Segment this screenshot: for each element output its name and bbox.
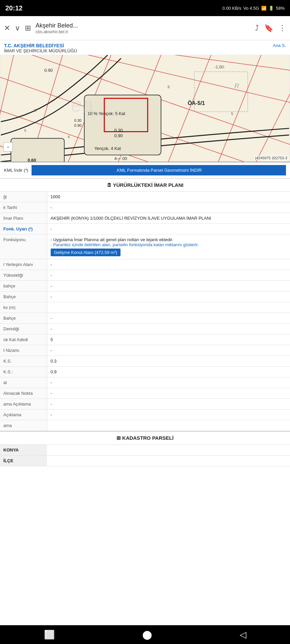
kml-download-button[interactable]: .KML Formatında Parsel Geometrisini İNDİ…	[32, 165, 286, 175]
table-row: l Yerleşim Alanı -	[0, 259, 290, 270]
row-value: 0.9	[47, 367, 290, 377]
row-value: AKŞEHİR (KONYA) 1/1000 ÖLÇEKLİ REVİZYON …	[47, 213, 290, 224]
status-bar: 20:12 0.00 KB/s Vo 4.5G 📶 🔋 58%	[0, 0, 290, 16]
table-row: K.S. 0.3	[0, 356, 290, 367]
row-label: Bahçe	[0, 313, 47, 324]
row-label: İmar Planı	[0, 213, 47, 224]
row-value: -	[47, 259, 290, 270]
table-row: Yüksekliği -	[0, 270, 290, 281]
close-icon[interactable]: ✕	[4, 24, 10, 33]
svg-text:5: 5	[24, 128, 26, 132]
row-value: -	[47, 410, 290, 420]
fonksiyonu-text1: - Uygulama İmar Planına ait genel plan n…	[51, 237, 287, 242]
table-row: Fonk. Uyarı (²) -	[0, 224, 290, 234]
ana-sayfa-link[interactable]: Ana S.	[273, 43, 286, 48]
more-icon[interactable]: ⋮	[279, 24, 286, 33]
share-icon[interactable]: ⤴	[255, 24, 259, 33]
browser-actions: ⤴ 🔖 ⋮	[255, 24, 286, 33]
browser-bar: ✕ ∨ ⊞ Akşehir Beled... cbs.aksehir.bel.t…	[0, 16, 290, 40]
row-label: Yüksekliği	[0, 270, 47, 281]
kadastro-row-value	[47, 455, 290, 466]
table-row: ği 1000	[0, 192, 290, 202]
row-label: ama	[0, 420, 47, 431]
zoom-out-button[interactable]: -	[3, 142, 13, 152]
imar-info-table: ği 1000 k Tarihi - İmar Planı AKŞEHİR (K…	[0, 192, 290, 431]
row-value-fonksiyonu: - Uygulama İmar Planına ait genel plan n…	[47, 234, 290, 259]
row-label: K.S.	[0, 356, 47, 367]
table-row: K.S.: 0.9	[0, 367, 290, 377]
table-row: KONYA	[0, 445, 290, 455]
svg-rect-15	[11, 138, 64, 162]
network-icon: Vo 4.5G	[243, 6, 259, 11]
battery-icon: 🔋	[269, 6, 274, 11]
svg-text:6: 6	[168, 85, 170, 89]
row-label: t Nizamı	[0, 345, 47, 356]
row-value: -	[47, 270, 290, 281]
row-value: -	[47, 202, 290, 213]
map-coordinates: [4245975 202753-3	[254, 156, 289, 160]
table-row: Derinliği -	[0, 324, 290, 334]
table-row: Açıklama -	[0, 410, 290, 420]
table-row: İLÇE	[0, 455, 290, 466]
svg-text:ÖA-5/1: ÖA-5/1	[188, 100, 205, 106]
status-time: 20:12	[5, 4, 22, 12]
header-titles: T.C. AKŞEHİR BELEDİYESİ İMAR VE ŞEHİRCİL…	[4, 43, 77, 53]
table-row: k Tarihi -	[0, 202, 290, 213]
svg-text:0.90: 0.90	[114, 133, 123, 138]
bookmark-icon[interactable]: 🔖	[264, 24, 273, 33]
data-speed: 0.00 KB/s	[223, 6, 241, 11]
header-title2: İMAR VE ŞEHİRCİLİK MÜDÜRLÜĞÜ	[4, 48, 77, 53]
map-container[interactable]: 0.60 1.00 Yençok:3 Kat 10 % Yençok: 5 Ka…	[0, 55, 290, 162]
table-row: ama Açıklama -	[0, 399, 290, 410]
row-label: l Yerleşim Alanı	[0, 259, 47, 270]
row-value: 5	[47, 334, 290, 345]
row-value: -	[47, 377, 290, 388]
page-header: T.C. AKŞEHİR BELEDİYESİ İMAR VE ŞEHİRCİL…	[0, 40, 290, 55]
gelisme-badge: Gelişme Konut Alanı (472,59 m²)	[51, 249, 121, 256]
row-value: 0.3	[47, 356, 290, 367]
svg-text:0.30: 0.30	[74, 118, 81, 122]
row-value: 1000	[47, 192, 290, 202]
kadastro-section: ⊞ KADASTRO PARSELİ KONYA İLÇE	[0, 431, 290, 466]
kml-label: KML İndir (⁴)	[4, 168, 28, 173]
page-header-top: T.C. AKŞEHİR BELEDİYESİ İMAR VE ŞEHİRCİL…	[4, 43, 286, 53]
svg-text:R: R	[234, 82, 239, 90]
svg-text:ea: ea	[71, 94, 93, 116]
svg-text:5: 5	[231, 112, 233, 116]
map-svg: 0.60 1.00 Yençok:3 Kat 10 % Yençok: 5 Ka…	[0, 55, 290, 162]
row-value: -	[47, 313, 290, 324]
browser-title: Akşehir Beled...	[36, 22, 250, 29]
imar-section-header: 🗓 YÜRÜRLÜKTEKİ İMAR PLANI	[0, 178, 290, 192]
svg-text:Yençok. 4 Kat: Yençok. 4 Kat	[94, 146, 121, 151]
table-row: ama	[0, 420, 290, 431]
row-value: -	[47, 399, 290, 410]
row-label: ok Kat Adedi	[0, 334, 47, 345]
imar-plan-section: 🗓 YÜRÜRLÜKTEKİ İMAR PLANI ği 1000 k Tari…	[0, 178, 290, 431]
row-label: Bahçe	[0, 291, 47, 302]
table-row: İmar Planı AKŞEHİR (KONYA) 1/1000 ÖLÇEKL…	[0, 213, 290, 224]
browser-url: cbs.aksehir.bel.tr	[36, 29, 250, 34]
table-row: Bahçe -	[0, 313, 290, 324]
svg-text:0.90: 0.90	[74, 123, 81, 127]
tabs-icon[interactable]: ⊞	[25, 24, 31, 33]
row-label: bahçe	[0, 281, 47, 291]
table-row-fonksiyonu: Fonksiyonu - Uygulama İmar Planına ait g…	[0, 234, 290, 259]
row-label: ği	[0, 192, 47, 202]
row-value	[47, 302, 290, 313]
kadastro-table: KONYA İLÇE	[0, 445, 290, 466]
svg-text:0.90: 0.90	[44, 68, 53, 73]
chevron-down-icon[interactable]: ∨	[15, 24, 20, 33]
table-row: bahçe -	[0, 281, 290, 291]
row-value	[47, 420, 290, 431]
table-row: Bahçe -	[0, 291, 290, 302]
svg-text:10 % Yençok: 5 Kat: 10 % Yençok: 5 Kat	[88, 111, 125, 116]
map-zoom-controls: -	[3, 142, 13, 152]
row-value: -	[47, 388, 290, 399]
kml-section: KML İndir (⁴) .KML Formatında Parsel Geo…	[0, 162, 290, 178]
row-value: -	[47, 281, 290, 291]
row-value: -	[47, 224, 290, 234]
header-title1: T.C. AKŞEHİR BELEDİYESİ	[4, 43, 77, 48]
svg-text:6: 6	[34, 108, 36, 112]
table-row: ok Kat Adedi 5	[0, 334, 290, 345]
table-row: ks (m)	[0, 302, 290, 313]
